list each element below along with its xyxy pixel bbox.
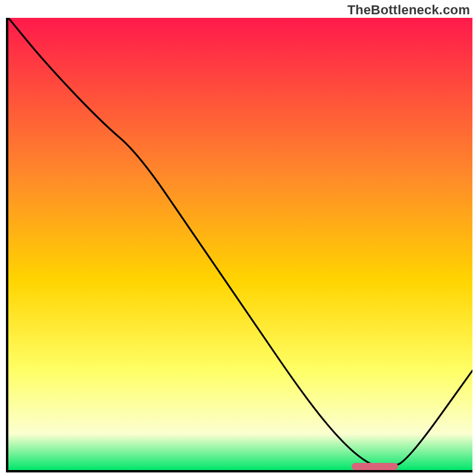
bottleneck-curve-path (8, 18, 472, 467)
curve-svg (8, 18, 472, 470)
watermark-text: TheBottleneck.com (347, 2, 470, 18)
plot-area (6, 18, 472, 472)
bottleneck-chart: TheBottleneck.com (0, 0, 476, 476)
optimal-marker (352, 463, 398, 470)
